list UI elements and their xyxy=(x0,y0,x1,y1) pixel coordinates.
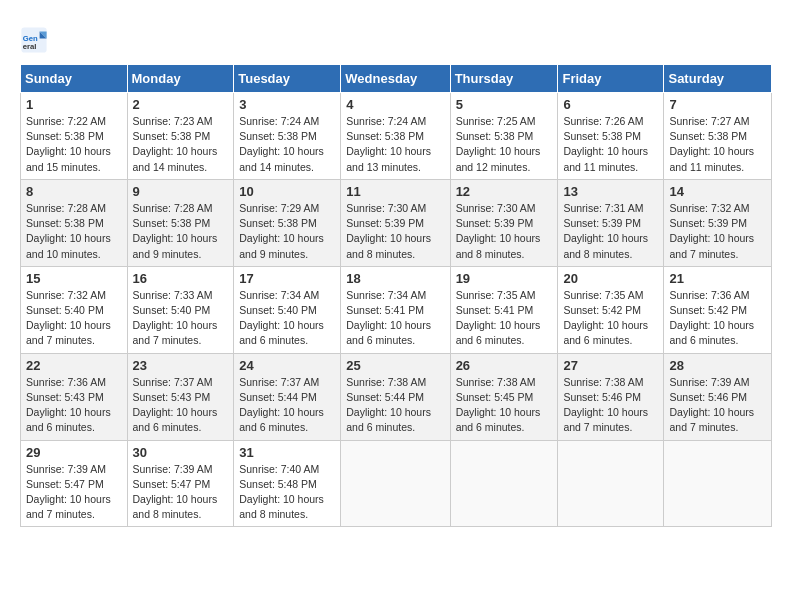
day-info: Sunrise: 7:33 AM Sunset: 5:40 PM Dayligh… xyxy=(133,288,229,349)
calendar-cell: 22Sunrise: 7:36 AM Sunset: 5:43 PM Dayli… xyxy=(21,353,128,440)
day-number: 21 xyxy=(669,271,766,286)
calendar-header-row: SundayMondayTuesdayWednesdayThursdayFrid… xyxy=(21,65,772,93)
calendar-cell: 28Sunrise: 7:39 AM Sunset: 5:46 PM Dayli… xyxy=(664,353,772,440)
day-info: Sunrise: 7:35 AM Sunset: 5:42 PM Dayligh… xyxy=(563,288,658,349)
day-number: 25 xyxy=(346,358,444,373)
calendar-cell xyxy=(558,440,664,527)
calendar-cell: 17Sunrise: 7:34 AM Sunset: 5:40 PM Dayli… xyxy=(234,266,341,353)
calendar-cell xyxy=(450,440,558,527)
calendar-cell: 31Sunrise: 7:40 AM Sunset: 5:48 PM Dayli… xyxy=(234,440,341,527)
svg-text:eral: eral xyxy=(23,42,37,51)
calendar-week-row: 22Sunrise: 7:36 AM Sunset: 5:43 PM Dayli… xyxy=(21,353,772,440)
day-info: Sunrise: 7:31 AM Sunset: 5:39 PM Dayligh… xyxy=(563,201,658,262)
day-number: 2 xyxy=(133,97,229,112)
day-info: Sunrise: 7:37 AM Sunset: 5:43 PM Dayligh… xyxy=(133,375,229,436)
calendar-table: SundayMondayTuesdayWednesdayThursdayFrid… xyxy=(20,64,772,527)
calendar-cell: 14Sunrise: 7:32 AM Sunset: 5:39 PM Dayli… xyxy=(664,179,772,266)
day-info: Sunrise: 7:38 AM Sunset: 5:44 PM Dayligh… xyxy=(346,375,444,436)
calendar-cell: 30Sunrise: 7:39 AM Sunset: 5:47 PM Dayli… xyxy=(127,440,234,527)
calendar-cell: 19Sunrise: 7:35 AM Sunset: 5:41 PM Dayli… xyxy=(450,266,558,353)
calendar-cell: 16Sunrise: 7:33 AM Sunset: 5:40 PM Dayli… xyxy=(127,266,234,353)
day-info: Sunrise: 7:35 AM Sunset: 5:41 PM Dayligh… xyxy=(456,288,553,349)
calendar-week-row: 8Sunrise: 7:28 AM Sunset: 5:38 PM Daylig… xyxy=(21,179,772,266)
day-number: 31 xyxy=(239,445,335,460)
calendar-cell: 12Sunrise: 7:30 AM Sunset: 5:39 PM Dayli… xyxy=(450,179,558,266)
day-number: 8 xyxy=(26,184,122,199)
weekday-header-thursday: Thursday xyxy=(450,65,558,93)
day-info: Sunrise: 7:29 AM Sunset: 5:38 PM Dayligh… xyxy=(239,201,335,262)
calendar-cell: 15Sunrise: 7:32 AM Sunset: 5:40 PM Dayli… xyxy=(21,266,128,353)
day-info: Sunrise: 7:25 AM Sunset: 5:38 PM Dayligh… xyxy=(456,114,553,175)
calendar-cell: 27Sunrise: 7:38 AM Sunset: 5:46 PM Dayli… xyxy=(558,353,664,440)
calendar-cell: 25Sunrise: 7:38 AM Sunset: 5:44 PM Dayli… xyxy=(341,353,450,440)
calendar-cell: 18Sunrise: 7:34 AM Sunset: 5:41 PM Dayli… xyxy=(341,266,450,353)
day-info: Sunrise: 7:39 AM Sunset: 5:46 PM Dayligh… xyxy=(669,375,766,436)
calendar-cell: 13Sunrise: 7:31 AM Sunset: 5:39 PM Dayli… xyxy=(558,179,664,266)
calendar-cell: 23Sunrise: 7:37 AM Sunset: 5:43 PM Dayli… xyxy=(127,353,234,440)
day-number: 28 xyxy=(669,358,766,373)
calendar-week-row: 15Sunrise: 7:32 AM Sunset: 5:40 PM Dayli… xyxy=(21,266,772,353)
day-info: Sunrise: 7:39 AM Sunset: 5:47 PM Dayligh… xyxy=(133,462,229,523)
weekday-header-saturday: Saturday xyxy=(664,65,772,93)
day-number: 7 xyxy=(669,97,766,112)
day-info: Sunrise: 7:24 AM Sunset: 5:38 PM Dayligh… xyxy=(346,114,444,175)
calendar-cell: 10Sunrise: 7:29 AM Sunset: 5:38 PM Dayli… xyxy=(234,179,341,266)
weekday-header-monday: Monday xyxy=(127,65,234,93)
day-number: 5 xyxy=(456,97,553,112)
day-info: Sunrise: 7:30 AM Sunset: 5:39 PM Dayligh… xyxy=(346,201,444,262)
day-number: 11 xyxy=(346,184,444,199)
day-info: Sunrise: 7:40 AM Sunset: 5:48 PM Dayligh… xyxy=(239,462,335,523)
day-info: Sunrise: 7:36 AM Sunset: 5:43 PM Dayligh… xyxy=(26,375,122,436)
logo: Gen eral xyxy=(20,26,50,54)
day-number: 14 xyxy=(669,184,766,199)
logo-icon: Gen eral xyxy=(20,26,48,54)
day-info: Sunrise: 7:32 AM Sunset: 5:39 PM Dayligh… xyxy=(669,201,766,262)
day-number: 6 xyxy=(563,97,658,112)
weekday-header-sunday: Sunday xyxy=(21,65,128,93)
day-info: Sunrise: 7:39 AM Sunset: 5:47 PM Dayligh… xyxy=(26,462,122,523)
calendar-cell: 21Sunrise: 7:36 AM Sunset: 5:42 PM Dayli… xyxy=(664,266,772,353)
day-number: 1 xyxy=(26,97,122,112)
calendar-cell: 4Sunrise: 7:24 AM Sunset: 5:38 PM Daylig… xyxy=(341,93,450,180)
day-number: 15 xyxy=(26,271,122,286)
day-info: Sunrise: 7:34 AM Sunset: 5:40 PM Dayligh… xyxy=(239,288,335,349)
day-info: Sunrise: 7:37 AM Sunset: 5:44 PM Dayligh… xyxy=(239,375,335,436)
calendar-cell: 20Sunrise: 7:35 AM Sunset: 5:42 PM Dayli… xyxy=(558,266,664,353)
header: Gen eral xyxy=(20,20,772,54)
calendar-cell: 26Sunrise: 7:38 AM Sunset: 5:45 PM Dayli… xyxy=(450,353,558,440)
day-number: 12 xyxy=(456,184,553,199)
day-number: 13 xyxy=(563,184,658,199)
day-number: 10 xyxy=(239,184,335,199)
calendar-week-row: 29Sunrise: 7:39 AM Sunset: 5:47 PM Dayli… xyxy=(21,440,772,527)
calendar-cell xyxy=(341,440,450,527)
day-info: Sunrise: 7:34 AM Sunset: 5:41 PM Dayligh… xyxy=(346,288,444,349)
calendar-cell: 6Sunrise: 7:26 AM Sunset: 5:38 PM Daylig… xyxy=(558,93,664,180)
day-number: 3 xyxy=(239,97,335,112)
calendar-cell: 7Sunrise: 7:27 AM Sunset: 5:38 PM Daylig… xyxy=(664,93,772,180)
calendar-week-row: 1Sunrise: 7:22 AM Sunset: 5:38 PM Daylig… xyxy=(21,93,772,180)
day-info: Sunrise: 7:38 AM Sunset: 5:45 PM Dayligh… xyxy=(456,375,553,436)
day-number: 17 xyxy=(239,271,335,286)
day-number: 18 xyxy=(346,271,444,286)
day-number: 20 xyxy=(563,271,658,286)
calendar-cell: 8Sunrise: 7:28 AM Sunset: 5:38 PM Daylig… xyxy=(21,179,128,266)
calendar-cell xyxy=(664,440,772,527)
calendar-cell: 11Sunrise: 7:30 AM Sunset: 5:39 PM Dayli… xyxy=(341,179,450,266)
day-info: Sunrise: 7:23 AM Sunset: 5:38 PM Dayligh… xyxy=(133,114,229,175)
calendar-cell: 5Sunrise: 7:25 AM Sunset: 5:38 PM Daylig… xyxy=(450,93,558,180)
day-info: Sunrise: 7:26 AM Sunset: 5:38 PM Dayligh… xyxy=(563,114,658,175)
calendar-cell: 9Sunrise: 7:28 AM Sunset: 5:38 PM Daylig… xyxy=(127,179,234,266)
calendar-cell: 3Sunrise: 7:24 AM Sunset: 5:38 PM Daylig… xyxy=(234,93,341,180)
day-number: 23 xyxy=(133,358,229,373)
day-number: 30 xyxy=(133,445,229,460)
day-info: Sunrise: 7:28 AM Sunset: 5:38 PM Dayligh… xyxy=(133,201,229,262)
day-number: 19 xyxy=(456,271,553,286)
weekday-header-wednesday: Wednesday xyxy=(341,65,450,93)
calendar-cell: 2Sunrise: 7:23 AM Sunset: 5:38 PM Daylig… xyxy=(127,93,234,180)
weekday-header-tuesday: Tuesday xyxy=(234,65,341,93)
day-number: 4 xyxy=(346,97,444,112)
day-number: 24 xyxy=(239,358,335,373)
calendar-cell: 29Sunrise: 7:39 AM Sunset: 5:47 PM Dayli… xyxy=(21,440,128,527)
day-number: 9 xyxy=(133,184,229,199)
day-info: Sunrise: 7:36 AM Sunset: 5:42 PM Dayligh… xyxy=(669,288,766,349)
